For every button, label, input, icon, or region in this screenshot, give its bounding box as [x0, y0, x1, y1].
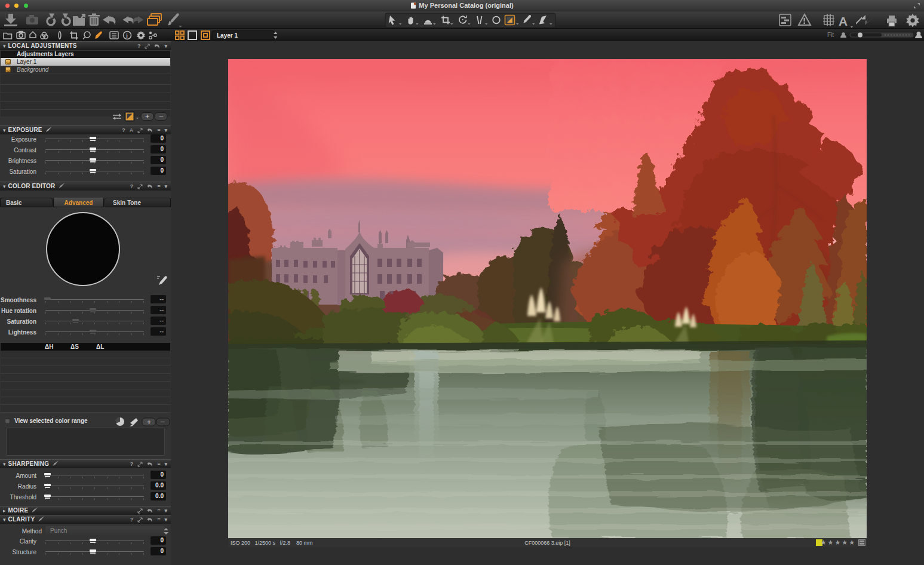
- svg-text:Fit: Fit: [827, 32, 834, 38]
- svg-text:–: –: [161, 417, 165, 426]
- svg-text:–: –: [159, 112, 164, 120]
- svg-text:A: A: [839, 14, 848, 28]
- svg-text:i: i: [126, 32, 128, 39]
- svg-text:+: +: [147, 418, 151, 426]
- svg-text:+: +: [145, 112, 149, 121]
- svg-text:Layer 1: Layer 1: [217, 32, 238, 39]
